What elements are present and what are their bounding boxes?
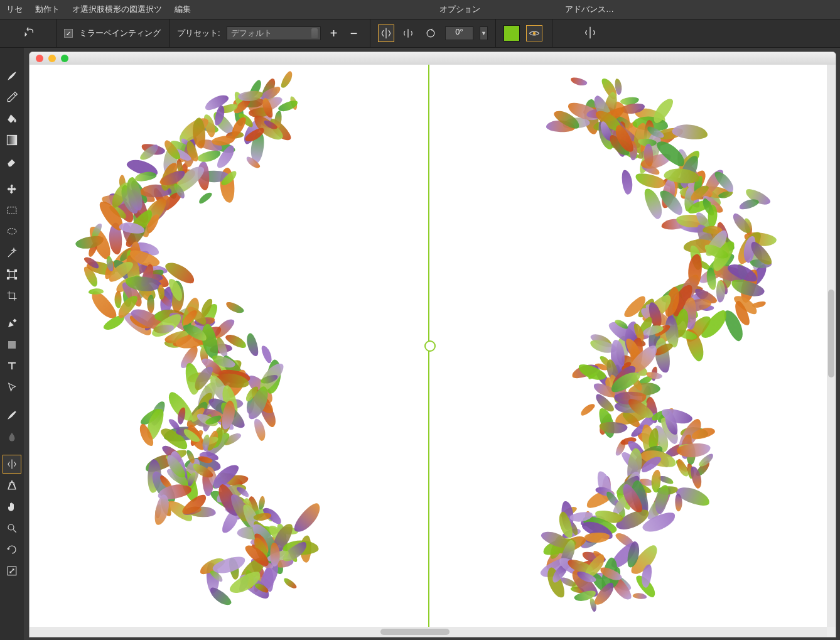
eyedropper-tool[interactable] [3,88,21,107]
eraser-tool[interactable] [3,152,21,171]
preset-add-button[interactable]: + [327,26,341,40]
tool-reset-icon[interactable] [21,26,35,41]
angle-input[interactable]: 0° [445,26,473,40]
zoom-window-button[interactable] [61,55,68,62]
mirror-painting-checkbox[interactable]: ✓ [64,29,73,38]
text-tool[interactable] [3,357,21,376]
mirror-painting-label: ミラーペインティング [79,28,161,39]
menu-reset[interactable]: リセ [6,4,23,15]
svg-point-4 [8,229,16,234]
preset-remove-button[interactable]: − [347,26,361,40]
menu-advanced[interactable]: アドバンス… [565,4,614,15]
window-titlebar[interactable] [30,52,836,65]
horizontal-scrollbar[interactable] [30,627,827,637]
tool-options-bar: ✓ ミラーペインティング プリセット: デフォルト + − 0° ▼ [0,19,840,48]
rotate-view-tool[interactable] [3,540,21,559]
marquee-tool[interactable] [3,201,21,220]
magic-wand-tool[interactable] [3,244,21,263]
svg-point-1 [533,32,536,35]
lasso-tool[interactable] [3,222,21,241]
horizontal-scroll-thumb[interactable] [380,629,450,635]
vertical-scroll-thumb[interactable] [828,290,834,377]
svg-rect-6 [8,270,9,272]
preset-value: デフォルト [231,28,272,39]
zoom-tool[interactable] [3,519,21,538]
transform-tool[interactable] [3,265,21,284]
svg-rect-2 [8,136,17,145]
vertical-scrollbar[interactable] [827,65,836,627]
menu-options[interactable]: オプション [439,4,480,15]
angle-dropdown[interactable]: ▼ [480,26,488,40]
flip-axis-button[interactable] [401,24,417,42]
close-window-button[interactable] [36,55,43,62]
pen-tool[interactable] [3,314,21,333]
svg-rect-3 [8,207,16,214]
move-tool[interactable] [3,180,21,198]
canvas[interactable] [30,65,827,627]
shape-tool[interactable] [3,335,21,354]
brush-tool[interactable] [3,67,21,85]
perspective-tool[interactable] [3,476,21,495]
fx-brush-tool[interactable] [3,406,21,425]
minimize-window-button[interactable] [48,55,56,62]
svg-rect-5 [9,272,15,278]
artwork-right [428,65,827,627]
fill-tool[interactable] [3,109,21,128]
smudge-tool[interactable] [3,427,21,446]
preset-label: プリセット: [177,28,220,39]
menu-edit[interactable]: 編集 [175,4,191,15]
crop-tool[interactable] [3,286,21,305]
svg-rect-9 [15,278,17,279]
menu-select[interactable]: オ選択肢横形の図選択ツ [72,4,162,15]
artwork-left [30,65,428,627]
mirror-mode-button[interactable] [378,24,394,42]
svg-rect-7 [15,270,17,272]
menu-action[interactable]: 動作ト [35,4,60,15]
svg-point-11 [8,524,14,530]
svg-rect-10 [8,341,16,349]
mirror-tool[interactable] [3,455,21,474]
axis-visibility-toggle[interactable] [526,25,542,41]
gradient-tool[interactable] [3,131,21,149]
top-menu-bar: リセ 動作ト オ選択肢横形の図選択ツ 編集 オプション アドバンス… [0,0,840,19]
tools-sidebar [0,48,24,640]
rotate-icon[interactable] [423,24,439,42]
pointer-tool[interactable] [3,378,21,397]
document-window [29,52,836,637]
hand-tool[interactable] [3,497,21,516]
svg-rect-8 [8,278,9,279]
axis-color-swatch[interactable] [503,25,520,41]
preset-dropdown[interactable]: デフォルト [227,26,321,40]
advanced-mirror-icon[interactable] [583,26,597,41]
svg-point-0 [427,30,434,37]
fullscreen-tool[interactable] [3,561,21,580]
